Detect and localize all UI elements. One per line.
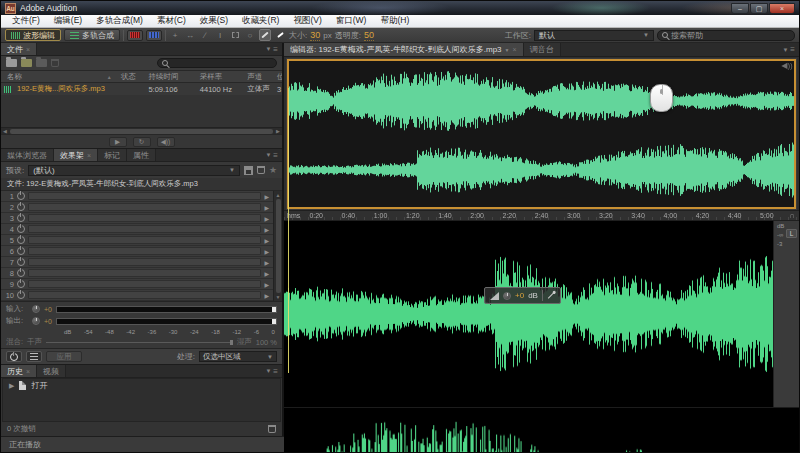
move-tool[interactable]: + bbox=[169, 29, 181, 41]
menu-item-1[interactable]: 编辑(E) bbox=[47, 15, 89, 27]
effect-slot[interactable] bbox=[28, 269, 261, 277]
power-icon[interactable] bbox=[17, 192, 25, 200]
effect-slot[interactable] bbox=[28, 203, 261, 211]
effects-slot-row[interactable]: 8▶ bbox=[1, 268, 273, 279]
brush-size-value[interactable]: 30 bbox=[310, 30, 320, 41]
effect-slot[interactable] bbox=[28, 225, 261, 233]
slot-arrow-icon[interactable]: ▶ bbox=[264, 292, 270, 299]
slot-arrow-icon[interactable]: ▶ bbox=[264, 259, 270, 266]
effect-slot[interactable] bbox=[28, 258, 261, 266]
files-hscrollbar[interactable]: ◀ ▶ bbox=[1, 127, 282, 134]
overview-monitor-icon[interactable]: ◀)) bbox=[778, 61, 796, 70]
overview-strip[interactable]: ◀)) bbox=[286, 58, 797, 210]
effects-slot-row[interactable]: 4▶ bbox=[1, 224, 273, 235]
preview-autoplay-button[interactable]: ◀)) bbox=[157, 137, 175, 147]
tab-properties[interactable]: 属性 bbox=[127, 149, 156, 161]
slot-arrow-icon[interactable]: ▶ bbox=[264, 270, 270, 277]
hud-gain-value[interactable]: +0 bbox=[515, 291, 524, 300]
time-selection-tool[interactable]: I bbox=[214, 29, 226, 41]
slot-arrow-icon[interactable]: ▶ bbox=[264, 237, 270, 244]
menu-item-2[interactable]: 多轨合成(M) bbox=[89, 15, 150, 27]
chevron-down-icon[interactable]: ▼ bbox=[505, 47, 510, 53]
effects-slot-row[interactable]: 2▶ bbox=[1, 202, 273, 213]
minimize-button[interactable]: – bbox=[731, 3, 749, 14]
column-status[interactable]: 状态 bbox=[118, 72, 146, 82]
close-icon[interactable]: × bbox=[87, 152, 91, 159]
close-icon[interactable]: × bbox=[26, 368, 30, 375]
clear-history-icon[interactable] bbox=[268, 425, 276, 433]
effects-slot-row[interactable]: 1▶ bbox=[1, 191, 273, 202]
column-channels[interactable]: 声道 bbox=[244, 72, 274, 82]
files-search-input[interactable] bbox=[157, 58, 277, 68]
menu-item-8[interactable]: 帮助(H) bbox=[373, 15, 416, 27]
input-gain-knob[interactable] bbox=[32, 305, 40, 313]
panel-menu-icon[interactable]: ▼ ≡ bbox=[261, 43, 282, 55]
tab-files[interactable]: 文件× bbox=[1, 43, 37, 55]
slot-arrow-icon[interactable]: ▶ bbox=[264, 215, 270, 222]
history-entry-open[interactable]: ▶ 打开 bbox=[3, 379, 280, 392]
mix-slider[interactable] bbox=[46, 342, 233, 343]
menu-item-5[interactable]: 收藏夹(R) bbox=[235, 15, 286, 27]
close-icon[interactable]: × bbox=[513, 46, 517, 53]
maximize-button[interactable]: ▢ bbox=[750, 3, 768, 14]
menu-item-4[interactable]: 效果(S) bbox=[193, 15, 235, 27]
playhead[interactable] bbox=[288, 88, 289, 373]
column-bits[interactable]: 位 bbox=[274, 72, 282, 82]
menu-item-6[interactable]: 视图(V) bbox=[286, 15, 328, 27]
power-icon[interactable] bbox=[17, 236, 25, 244]
timeline-ruler[interactable]: hms ∩ 0:200:401:001:201:402:002:202:403:… bbox=[284, 210, 799, 221]
delete-preset-icon[interactable] bbox=[257, 166, 265, 174]
effect-slot[interactable] bbox=[28, 291, 261, 299]
preview-play-button[interactable]: ▶ bbox=[109, 137, 127, 147]
wet-value[interactable]: 100 % bbox=[256, 338, 277, 347]
slot-arrow-icon[interactable]: ▶ bbox=[264, 281, 270, 288]
waveform-display-button[interactable] bbox=[127, 30, 143, 41]
effects-slot-row[interactable]: 3▶ bbox=[1, 213, 273, 224]
effect-slot[interactable] bbox=[28, 192, 261, 200]
scroll-up-icon[interactable]: ▲ bbox=[276, 192, 281, 198]
help-search-input[interactable]: 搜索帮助 bbox=[657, 30, 795, 41]
effects-slot-row[interactable]: 9▶ bbox=[1, 279, 273, 290]
power-icon[interactable] bbox=[17, 258, 25, 266]
slot-arrow-icon[interactable]: ▶ bbox=[264, 248, 270, 255]
panel-menu-icon[interactable]: ▼ ≡ bbox=[778, 43, 799, 56]
menu-item-0[interactable]: 文件(F) bbox=[5, 15, 47, 27]
power-icon[interactable] bbox=[17, 280, 25, 288]
amplitude-ruler-left[interactable]: dB-∞-3 L bbox=[773, 221, 799, 407]
hud-gain-knob[interactable] bbox=[503, 292, 511, 300]
close-button[interactable]: × bbox=[769, 3, 795, 14]
power-icon[interactable] bbox=[17, 247, 25, 255]
close-icon[interactable]: × bbox=[26, 46, 30, 53]
scroll-thumb[interactable] bbox=[10, 129, 273, 134]
power-icon[interactable] bbox=[17, 225, 25, 233]
column-duration[interactable]: 持续时间 bbox=[145, 72, 196, 82]
waveform-left-channel[interactable]: dB-∞-3 L bbox=[284, 221, 799, 408]
gain-hud[interactable]: +0 dB bbox=[484, 287, 561, 304]
preset-dropdown[interactable]: (默认)▼ bbox=[28, 165, 240, 176]
column-sample-rate[interactable]: 采样率 bbox=[197, 72, 244, 82]
preview-loop-button[interactable]: ↻ bbox=[133, 137, 151, 147]
process-dropdown[interactable]: 仅选中区域▼ bbox=[199, 351, 277, 362]
left-channel-button[interactable]: L bbox=[786, 229, 797, 238]
tab-history[interactable]: 历史× bbox=[1, 365, 37, 377]
pin-icon[interactable] bbox=[548, 292, 554, 298]
fade-icon[interactable] bbox=[490, 292, 499, 300]
workspace-dropdown[interactable]: 默认▼ bbox=[534, 30, 654, 41]
apply-button[interactable]: 应用 bbox=[46, 351, 82, 362]
tab-markers[interactable]: 标记 bbox=[98, 149, 127, 161]
effects-slot-row[interactable]: 7▶ bbox=[1, 257, 273, 268]
open-file-icon[interactable] bbox=[6, 59, 17, 67]
column-name[interactable]: 名称▲ bbox=[1, 72, 118, 82]
panel-menu-icon[interactable]: ▼ ≡ bbox=[261, 149, 282, 161]
brush-opacity-value[interactable]: 50 bbox=[364, 30, 374, 41]
import-file-icon[interactable] bbox=[21, 59, 32, 67]
input-gain-value[interactable]: +0 bbox=[44, 306, 52, 313]
tab-editor-file[interactable]: 编辑器: 192-E黄梅戏-严凤英-牛郎织女-到底人间欢乐多.mp3 ▼ × bbox=[284, 43, 524, 56]
save-preset-icon[interactable] bbox=[244, 166, 253, 175]
spectral-display-button[interactable] bbox=[146, 30, 162, 41]
slot-arrow-icon[interactable]: ▶ bbox=[264, 193, 270, 200]
slot-arrow-icon[interactable]: ▶ bbox=[264, 204, 270, 211]
effects-slot-row[interactable]: 5▶ bbox=[1, 235, 273, 246]
output-gain-knob[interactable] bbox=[32, 317, 40, 325]
effects-eraser-tool[interactable] bbox=[274, 29, 286, 41]
